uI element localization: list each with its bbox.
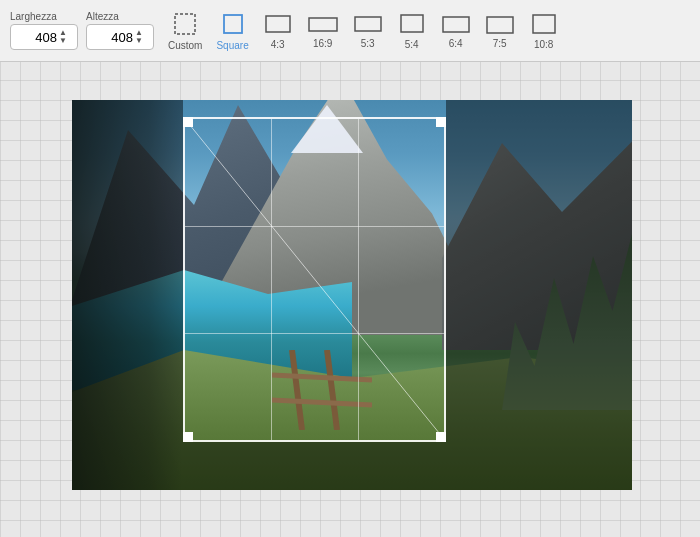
ratio-7-5-label: 7:5 [493,38,507,49]
canvas-area [0,62,700,537]
svg-rect-3 [309,18,337,31]
height-stepper[interactable]: ▲ ▼ [135,29,143,45]
ratio-10-8-label: 10:8 [534,39,553,50]
svg-rect-6 [443,17,469,32]
ratio-5-4-icon [398,11,426,37]
svg-rect-8 [533,15,555,33]
fence [272,350,372,430]
crop-overlay-left [72,100,183,490]
photo-background [72,100,632,490]
ratio-5-4[interactable]: 5:4 [391,7,433,54]
ratio-custom-label: Custom [168,40,202,51]
ratio-16-9-icon [307,12,339,36]
ratio-4-3[interactable]: 4:3 [257,7,299,54]
ratio-5-3-label: 5:3 [361,38,375,49]
svg-rect-4 [355,17,381,31]
ratio-4-3-label: 4:3 [271,39,285,50]
svg-line-10 [327,350,337,430]
crop-overlay-right [446,100,632,490]
ratio-16-9[interactable]: 16:9 [301,8,345,53]
ratio-7-5[interactable]: 7:5 [479,8,521,53]
svg-line-11 [272,375,372,380]
ratio-6-4-label: 6:4 [449,38,463,49]
ratio-4-3-icon [263,11,293,37]
width-input[interactable] [15,30,57,45]
svg-rect-2 [266,16,290,32]
ratio-presets: Custom Square 4:3 [162,6,565,55]
svg-rect-0 [175,14,195,34]
crop-overlay-bottom [183,442,446,490]
svg-rect-1 [224,15,242,33]
ratio-5-3-icon [353,12,383,36]
width-input-box[interactable]: ▲ ▼ [10,24,78,50]
height-input-box[interactable]: ▲ ▼ [86,24,154,50]
svg-rect-5 [401,15,423,32]
ratio-7-5-icon [485,12,515,36]
square-icon [219,10,247,38]
ratio-16-9-label: 16:9 [313,38,332,49]
ratio-5-4-label: 5:4 [405,39,419,50]
height-decrement[interactable]: ▼ [135,37,143,45]
ratio-square-label: Square [216,40,248,51]
svg-line-12 [272,400,372,405]
width-input-group: Larghezza ▲ ▼ [10,11,78,50]
svg-line-9 [292,350,302,430]
height-label: Altezza [86,11,119,22]
ratio-6-4[interactable]: 6:4 [435,8,477,53]
svg-rect-7 [487,17,513,33]
height-input-group: Altezza ▲ ▼ [86,11,154,50]
ratio-10-8[interactable]: 10:8 [523,7,565,54]
width-stepper[interactable]: ▲ ▼ [59,29,67,45]
ratio-6-4-icon [441,12,471,36]
photo-container [72,100,632,490]
toolbar: Larghezza ▲ ▼ Altezza ▲ ▼ [0,0,700,62]
height-input[interactable] [91,30,133,45]
ratio-10-8-icon [530,11,558,37]
ratio-square[interactable]: Square [210,6,254,55]
ratio-5-3[interactable]: 5:3 [347,8,389,53]
width-decrement[interactable]: ▼ [59,37,67,45]
width-label: Larghezza [10,11,57,22]
custom-icon [171,10,199,38]
ratio-custom[interactable]: Custom [162,6,208,55]
